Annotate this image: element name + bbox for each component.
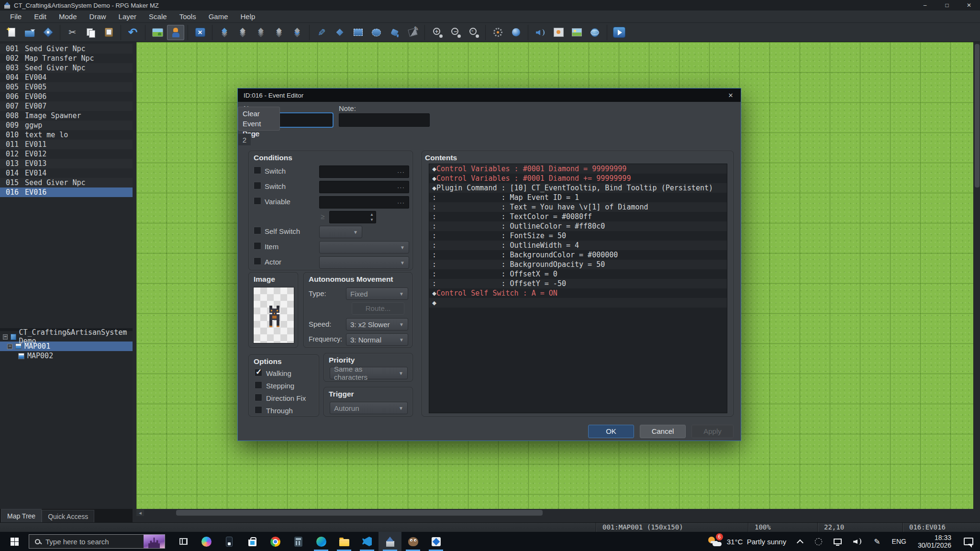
event-list-item[interactable]: 006EV006 [0,92,133,101]
task-view-icon[interactable] [172,532,195,551]
zoom-in-icon[interactable] [428,25,445,40]
cast-icon[interactable] [815,538,822,545]
x-box-icon[interactable] [191,25,209,40]
actor-checkbox[interactable] [254,257,261,265]
copilot-icon[interactable] [195,532,218,551]
copy-icon[interactable] [82,25,99,40]
layer-1-icon[interactable] [216,25,233,40]
phone-link-icon[interactable] [218,532,241,551]
map-tree-item-map002[interactable]: MAP002 [0,351,133,361]
switch2-checkbox[interactable] [254,182,261,189]
chevron-up-icon[interactable] [798,539,803,544]
close-icon[interactable]: ✕ [958,0,980,11]
map-mode-icon[interactable] [149,25,166,40]
event-list-item[interactable]: 002Map Transfer Npc [0,54,133,63]
variable-field[interactable]: ··· [319,196,409,209]
trigger-dropdown[interactable]: Autorun [330,402,408,414]
browse-dots-icon[interactable]: ··· [397,184,409,191]
chrome-icon[interactable] [264,532,287,551]
switch2-field[interactable]: ··· [319,181,409,193]
event-command-row[interactable]: : : FontSize = 50 [429,231,727,241]
open-project-icon[interactable] [21,25,38,40]
minimize-icon[interactable]: – [914,0,936,11]
ok-button[interactable]: OK [588,425,634,438]
event-command-row[interactable]: : : OutlineWidth = 4 [429,241,727,250]
zoom-out-icon[interactable] [446,25,464,40]
browse-dots-icon[interactable]: ··· [397,168,409,176]
event-list-item[interactable]: 016EV016 [0,187,133,197]
layer-2-icon[interactable] [234,25,251,40]
rectangle-tool-icon[interactable] [349,25,367,40]
panel-tab[interactable]: Quick Access [42,510,94,522]
paste-icon[interactable] [100,25,117,40]
event-image-picker[interactable] [253,287,294,343]
save-project-icon[interactable] [39,25,56,40]
self-switch-dropdown[interactable] [319,226,362,238]
ellipse-tool-icon[interactable] [368,25,385,40]
variable-checkbox[interactable] [254,197,261,205]
event-list-item[interactable]: 014EV014 [0,168,133,178]
note-input[interactable] [339,113,430,127]
play-test-icon[interactable] [611,25,628,40]
option-row[interactable]: Through [249,405,319,417]
option-row[interactable]: Stepping [249,380,319,392]
undo-icon[interactable] [124,25,142,40]
map-horizontal-scrollbar[interactable]: ◂ [136,509,973,517]
item-dropdown[interactable] [319,241,409,253]
shadow-pen-icon[interactable] [404,25,421,40]
event-list-item[interactable]: 010text me lo [0,130,133,140]
cut-icon[interactable] [64,25,81,40]
event-command-row[interactable]: : : Text = You have \v[1] of Diamond [429,202,727,212]
map-vertical-scrollbar[interactable] [973,42,980,509]
layer-3-icon[interactable] [252,25,269,40]
menu-item[interactable]: File [4,11,28,23]
event-command-row[interactable]: : : Map Event ID = 1 [429,193,727,202]
option-checkbox[interactable] [255,394,262,401]
event-list-item[interactable]: 005EV005 [0,82,133,92]
gimp-icon[interactable] [401,532,424,551]
variable-value-spinner[interactable] [329,211,376,223]
event-command-row[interactable]: : : TextColor = #0080ff [429,212,727,221]
new-project-icon[interactable] [3,25,20,40]
browse-dots-icon[interactable]: ··· [397,199,409,206]
resource-manager-icon[interactable] [568,25,585,40]
option-row[interactable]: Walking [249,367,319,380]
zoom-actual-icon[interactable] [465,25,482,40]
apply-button[interactable]: Apply [691,425,734,438]
menu-item[interactable]: Layer [112,11,143,23]
event-list-item[interactable]: 013EV013 [0,159,133,168]
event-command-row[interactable]: ◆Control Variables : #0001 Diamond = 999… [429,164,727,174]
clock[interactable]: 18:33 30/01/2026 [918,534,951,549]
pen-icon[interactable] [874,537,880,546]
switch1-checkbox[interactable] [254,166,261,174]
start-button[interactable] [0,532,29,551]
scroll-left-arrow-icon[interactable]: ◂ [136,509,144,516]
sound-test-icon[interactable] [532,25,549,40]
event-list-item[interactable]: 008Image Spawner [0,111,133,121]
movement-type-dropdown[interactable]: Fixed [346,287,408,300]
maximize-icon[interactable]: □ [936,0,958,11]
item-checkbox[interactable] [254,242,261,250]
event-list-item[interactable]: 001Seed Giver Npc [0,44,133,54]
pencil-tool-icon[interactable] [313,25,330,40]
network-icon[interactable] [834,539,842,544]
event-searcher-icon[interactable] [586,25,603,40]
blue-app-icon[interactable] [424,532,447,551]
store-icon[interactable] [241,532,264,551]
flood-fill-icon[interactable] [386,25,403,40]
event-list-item[interactable]: 004EV004 [0,73,133,82]
event-command-row[interactable]: : : OffsetX = 0 [429,269,727,279]
event-list-item[interactable]: 012EV012 [0,149,133,159]
file-explorer-icon[interactable] [333,532,356,551]
menu-item[interactable]: Draw [83,11,112,23]
page-tab[interactable]: 2 [238,133,251,146]
event-command-row[interactable]: : : OffsetY = -50 [429,279,727,288]
collapse-icon[interactable] [3,334,8,340]
plugin-manager-icon[interactable] [507,25,524,40]
event-command-row[interactable]: ◆Control Self Switch : A = ON [429,288,727,298]
event-command-row[interactable]: : : OutlineColor = #ff80c0 [429,221,727,231]
event-list-item[interactable]: 003Seed Giver Npc [0,63,133,73]
route-button[interactable]: Route... [352,302,404,315]
search-highlight-image[interactable] [144,535,165,548]
switch1-field[interactable]: ··· [319,165,409,178]
